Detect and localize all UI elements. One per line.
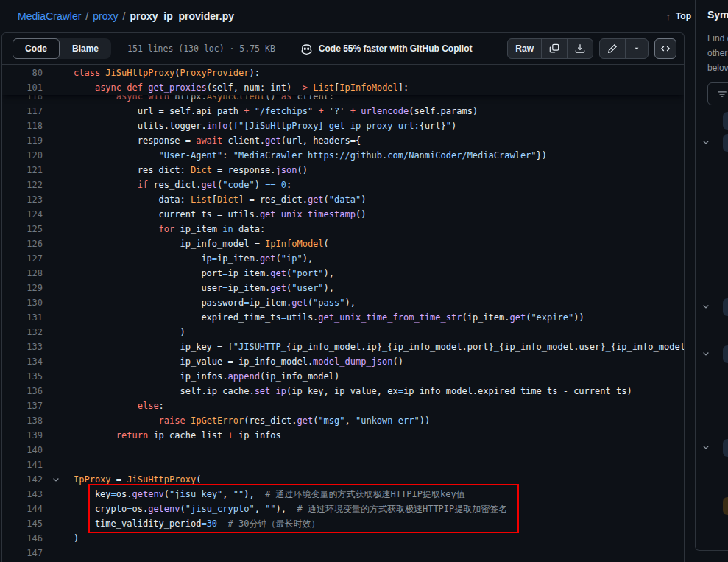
- code-line: 145 time_validity_period=30 # 30分钟（最长时效）: [2, 516, 684, 531]
- code-text: class JiSuHttpProxy(ProxyProvider):: [74, 66, 684, 80]
- line-number[interactable]: 142: [2, 472, 43, 487]
- line-number[interactable]: 124: [2, 207, 43, 222]
- line-number[interactable]: 120: [2, 148, 43, 163]
- symbol-badge[interactable]: [723, 112, 728, 130]
- copilot-banner-text: Code 55% faster with GitHub Copilot: [319, 43, 473, 54]
- line-number[interactable]: 129: [2, 281, 43, 295]
- line-number[interactable]: 121: [2, 163, 43, 178]
- code-text: for ip_item in data:: [74, 222, 684, 236]
- sticky-scroll-lines: 80class JiSuHttpProxy(ProxyProvider):101…: [2, 66, 684, 95]
- line-number[interactable]: 143: [2, 487, 43, 502]
- code-symbols-icon: [660, 43, 671, 54]
- copy-raw-button[interactable]: [542, 39, 568, 58]
- breadcrumb-file-name: proxy_ip_provider.py: [130, 10, 234, 22]
- line-number[interactable]: 119: [2, 133, 43, 148]
- pencil-icon: [607, 43, 618, 54]
- fold-chevron-icon[interactable]: [43, 472, 74, 487]
- fold-spacer: [43, 502, 74, 516]
- raw-button[interactable]: Raw: [508, 39, 542, 58]
- fold-spacer: [43, 384, 74, 398]
- toolbar-actions: Raw: [507, 38, 676, 59]
- edit-options-dropdown[interactable]: [626, 39, 648, 58]
- fold-spacer: [43, 398, 74, 413]
- code-lines: 116 async with httpx.AsyncClient() as cl…: [2, 66, 684, 561]
- code-line: 80class JiSuHttpProxy(ProxyProvider):: [2, 66, 684, 80]
- line-number[interactable]: 137: [2, 398, 43, 413]
- code-viewer: 116 async with httpx.AsyncClient() as cl…: [2, 66, 684, 562]
- line-number[interactable]: 132: [2, 325, 43, 340]
- code-text: "User-Agent": "MediaCrawler https://gith…: [74, 148, 684, 163]
- line-number[interactable]: 80: [2, 66, 43, 80]
- code-text: ip=ip_item.get("ip"),: [74, 251, 684, 266]
- symbol-badge[interactable]: [723, 298, 728, 316]
- line-number[interactable]: 133: [2, 340, 43, 354]
- code-line: 144 crypto=os.getenv("jisu_crypto", ""),…: [2, 502, 684, 516]
- line-number[interactable]: 140: [2, 443, 43, 457]
- symbols-pane-toggle-button[interactable]: [654, 38, 676, 59]
- line-number[interactable]: 101: [2, 80, 43, 95]
- line-number[interactable]: 134: [2, 354, 43, 369]
- line-number[interactable]: 123: [2, 192, 43, 207]
- raw-button-group: Raw: [507, 38, 593, 59]
- chevron-down-icon: [633, 45, 640, 52]
- breadcrumb-separator: /: [85, 10, 88, 22]
- line-number[interactable]: 138: [2, 413, 43, 428]
- code-text: current_ts = utils.get_unix_timestamp(): [74, 207, 684, 222]
- symbol-expand-chevron-icon[interactable]: [702, 302, 713, 314]
- line-number[interactable]: 118: [2, 119, 43, 133]
- code-line: 146): [2, 531, 684, 546]
- fold-spacer: [43, 80, 74, 95]
- tab-code[interactable]: Code: [13, 38, 60, 59]
- code-line: 101 async def get_proxies(self, num: int…: [2, 80, 684, 95]
- arrow-up-icon: ↑: [665, 11, 671, 22]
- line-number[interactable]: 135: [2, 369, 43, 384]
- line-number[interactable]: 127: [2, 251, 43, 266]
- copy-icon: [549, 43, 559, 54]
- tab-blame[interactable]: Blame: [60, 38, 111, 59]
- raw-button-label: Raw: [515, 43, 534, 54]
- copilot-banner[interactable]: Code 55% faster with GitHub Copilot: [300, 43, 473, 55]
- line-number[interactable]: 128: [2, 266, 43, 281]
- line-number[interactable]: 117: [2, 104, 43, 119]
- line-number[interactable]: 145: [2, 516, 43, 531]
- code-text: async def get_proxies(self, num: int) ->…: [74, 80, 684, 95]
- symbol-badge[interactable]: [723, 439, 728, 457]
- line-number[interactable]: 141: [2, 457, 43, 472]
- line-number[interactable]: 131: [2, 310, 43, 325]
- download-raw-button[interactable]: [568, 39, 593, 58]
- line-number[interactable]: 147: [2, 546, 43, 561]
- code-line: 130 password=ip_item.get("pass"),: [2, 295, 684, 310]
- symbol-expand-chevron-icon[interactable]: [702, 443, 713, 454]
- line-number[interactable]: 126: [2, 236, 43, 251]
- line-number[interactable]: 125: [2, 222, 43, 236]
- fold-spacer: [43, 354, 74, 369]
- code-line: 143 key=os.getenv("jisu_key", ""), # 通过环…: [2, 487, 684, 502]
- code-line: 132 ): [2, 325, 684, 340]
- code-text: password=ip_item.get("pass"),: [74, 295, 684, 310]
- symbol-expand-chevron-icon[interactable]: [702, 349, 713, 361]
- line-number[interactable]: 144: [2, 502, 43, 516]
- breadcrumb-repo-link[interactable]: MediaCrawler: [18, 10, 81, 22]
- line-number[interactable]: 146: [2, 531, 43, 546]
- symbol-expand-chevron-icon[interactable]: [702, 138, 713, 150]
- symbol-badge[interactable]: [723, 497, 728, 515]
- line-number[interactable]: 130: [2, 295, 43, 310]
- code-text: response = await client.get(url, headers…: [74, 133, 684, 148]
- line-number[interactable]: 139: [2, 428, 43, 443]
- fold-spacer: [43, 266, 74, 281]
- code-line: 121 res_dict: Dict = response.json(): [2, 163, 684, 178]
- edit-file-button[interactable]: [600, 39, 626, 58]
- fold-spacer: [43, 192, 74, 207]
- code-line: 122 if res_dict.get("code") == 0:: [2, 178, 684, 192]
- line-number[interactable]: 122: [2, 178, 43, 192]
- code-text: [74, 443, 684, 457]
- edit-button-group: [599, 38, 649, 59]
- symbol-badge[interactable]: [723, 345, 728, 363]
- line-number[interactable]: 136: [2, 384, 43, 398]
- symbols-panel: Symbols Find definitions and references …: [695, 0, 728, 551]
- symbol-badge[interactable]: [723, 134, 728, 152]
- fold-spacer: [43, 178, 74, 192]
- scroll-to-top-button[interactable]: ↑ Top: [665, 11, 691, 22]
- code-text: res_dict: Dict = response.json(): [74, 163, 684, 178]
- breadcrumb-folder-link[interactable]: proxy: [93, 10, 118, 22]
